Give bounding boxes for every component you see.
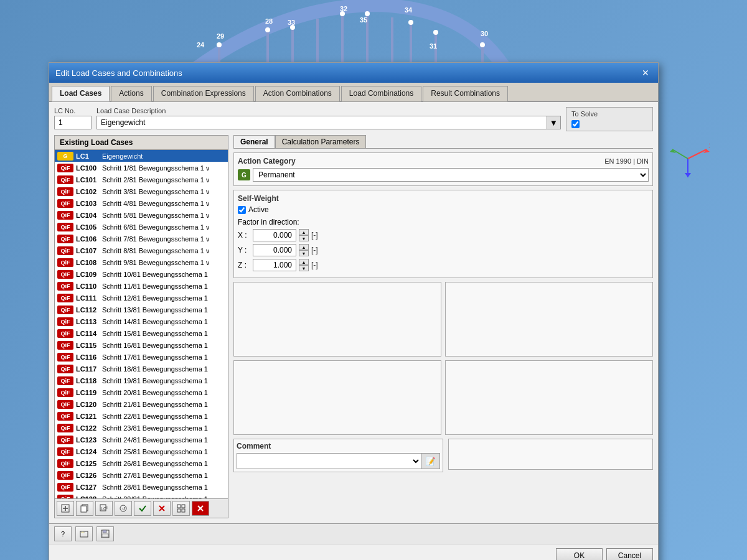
tab-load-combinations[interactable]: Load Combinations [341,86,421,101]
list-item[interactable]: QiFLC108Schritt 9/81 Bewegungsschema 1 v [55,256,228,268]
list-item[interactable]: QiFLC115Schritt 16/81 Bewegungsschema 1 [55,339,228,351]
tabs-bar: Load Cases Actions Combination Expressio… [49,83,658,102]
list-item[interactable]: QiFLC112Schritt 13/81 Bewegungsschema 1 [55,304,228,315]
lower-panel-left-1 [233,282,441,357]
list-scroll[interactable]: GLC1EigengewichtQiFLC100Schritt 1/81 Bew… [55,150,228,498]
list-item[interactable]: QiFLC122Schritt 23/81 Bewegungsschema 1 [55,422,228,434]
list-item[interactable]: QiFLC116Schritt 17/81 Bewegungsschema 1 [55,351,228,363]
desc-group: Load Case Description ▼ [96,107,561,129]
list-header: Existing Load Cases [55,136,228,150]
svg-text:LC: LC [101,506,106,511]
action-category-section: Action Category EN 1990 | DIN G Permanen… [233,152,653,186]
list-item[interactable]: QiFLC101Schritt 2/81 Bewegungsschema 1 v [55,174,228,185]
comment-right-panel [448,439,653,470]
inner-tab-calc-params[interactable]: Calculation Parameters [275,135,367,148]
tool4-button[interactable]: ↺ [115,501,132,516]
list-item[interactable]: QiFLC126Schritt 27/81 Bewegungsschema 1 [55,469,228,481]
factor-z-input[interactable] [253,259,296,271]
open-button[interactable] [75,526,93,541]
dialog-footer: OK Cancel [49,544,658,560]
factor-z-spinner[interactable]: ▲ ▼ [299,259,309,271]
desc-label: Load Case Description [96,107,561,114]
factor-y-input[interactable] [253,244,296,256]
close-button[interactable]: ✕ [639,67,652,79]
factor-y-down[interactable]: ▼ [299,250,309,256]
list-item[interactable]: QiFLC125Schritt 26/81 Bewegungsschema 1 [55,457,228,469]
factor-z-up[interactable]: ▲ [299,259,309,265]
list-item[interactable]: QiFLC121Schritt 22/81 Bewegungsschema 1 [55,410,228,422]
tab-result-combinations[interactable]: Result Combinations [423,86,508,101]
lc-no-input[interactable] [54,116,92,129]
import-button[interactable]: LCi [95,501,113,516]
load-cases-list-panel: Existing Load Cases GLC1EigengewichtQiFL… [54,135,228,518]
action-category-dropdown: G Permanent Variable [238,168,649,182]
list-item[interactable]: GLC1Eigengewicht [55,150,228,162]
desc-input[interactable] [96,116,547,129]
tab-load-cases[interactable]: Load Cases [52,86,110,101]
main-dialog: Edit Load Cases and Combinations ✕ Load … [49,62,659,560]
list-item[interactable]: QiFLC104Schritt 5/81 Bewegungsschema 1 v [55,209,228,221]
svg-line-31 [672,149,688,159]
check-button[interactable] [134,501,151,516]
list-item[interactable]: QiFLC106Schritt 7/81 Bewegungsschema 1 v [55,233,228,245]
list-item[interactable]: QiFLC113Schritt 14/81 Bewegungsschema 1 [55,315,228,327]
uncheck-button[interactable] [153,501,171,516]
comment-select[interactable] [237,453,421,469]
tab-action-combinations[interactable]: Action Combinations [255,86,340,101]
delete-button[interactable] [192,501,209,516]
list-item[interactable]: QiFLC105Schritt 6/81 Bewegungsschema 1 v [55,221,228,233]
factor-z-label: Z : [238,261,250,269]
to-solve-checkbox[interactable] [571,120,580,128]
list-item[interactable]: QiFLC111Schritt 12/81 Bewegungsschema 1 [55,292,228,304]
list-item[interactable]: QiFLC127Schritt 28/81 Bewegungsschema 1 [55,481,228,493]
self-weight-checkbox[interactable] [238,206,246,214]
list-item[interactable]: QiFLC124Schritt 25/81 Bewegungsschema 1 [55,446,228,457]
factor-z-down[interactable]: ▼ [299,265,309,271]
ok-button[interactable]: OK [556,548,603,560]
factor-x-spinner[interactable]: ▲ ▼ [299,229,309,241]
grid-button[interactable] [172,501,190,516]
list-item[interactable]: QiFLC128Schritt 29/81 Bewegungsschema 1 [55,493,228,498]
list-item[interactable]: QiFLC114Schritt 15/81 Bewegungsschema 1 [55,327,228,339]
factor-x-down[interactable]: ▼ [299,235,309,241]
list-item[interactable]: QiFLC117Schritt 18/81 Bewegungsschema 1 [55,363,228,375]
factor-y-unit: [-] [311,246,318,254]
list-item[interactable]: QiFLC100Schritt 1/81 Bewegungsschema 1 v [55,162,228,174]
svg-text:31: 31 [430,42,437,50]
copy-button[interactable] [76,501,93,516]
factor-x-input[interactable] [253,229,296,241]
svg-text:35: 35 [360,16,367,24]
factor-x-up[interactable]: ▲ [299,229,309,235]
factor-section: Factor in direction: X : ▲ ▼ [-] [238,218,649,271]
list-item[interactable]: QiFLC107Schritt 8/81 Bewegungsschema 1 v [55,245,228,256]
new-lc-button[interactable] [57,501,74,516]
comment-button[interactable]: 📝 [421,453,440,469]
save-button[interactable] [96,526,114,541]
tab-combination-expressions[interactable]: Combination Expressions [153,86,254,101]
factor-y-spinner[interactable]: ▲ ▼ [299,244,309,256]
factor-y-up[interactable]: ▲ [299,244,309,250]
action-category-select[interactable]: Permanent Variable [253,168,649,182]
help-button[interactable]: ? [54,526,72,541]
action-category-title-row: Action Category EN 1990 | DIN [238,157,649,166]
self-weight-section: Self-Weight Active Factor in direction: … [233,190,653,278]
list-item[interactable]: QiFLC123Schritt 24/81 Bewegungsschema 1 [55,434,228,446]
list-item[interactable]: QiFLC118Schritt 19/81 Bewegungsschema 1 [55,375,228,386]
list-item[interactable]: QiFLC103Schritt 4/81 Bewegungsschema 1 v [55,197,228,209]
list-item[interactable]: QiFLC120Schritt 21/81 Bewegungsschema 1 [55,398,228,410]
lower-panel-left-2 [233,360,441,435]
svg-point-17 [433,30,438,35]
self-weight-active-row: Active [238,205,649,214]
action-category-label: Action Category [238,157,296,166]
list-item[interactable]: QiFLC119Schritt 20/81 Bewegungsschema 1 [55,386,228,398]
list-item[interactable]: QiFLC109Schritt 10/81 Bewegungsschema 1 [55,268,228,280]
list-item[interactable]: QiFLC110Schritt 11/81 Bewegungsschema 1 [55,280,228,292]
svg-point-12 [265,27,270,32]
cancel-button[interactable]: Cancel [606,548,653,560]
list-item[interactable]: QiFLC102Schritt 3/81 Bewegungsschema 1 v [55,185,228,197]
desc-dropdown-button[interactable]: ▼ [547,116,561,129]
svg-text:32: 32 [340,5,347,12]
tab-actions[interactable]: Actions [111,86,151,101]
svg-point-15 [365,11,370,16]
inner-tab-general[interactable]: General [233,135,275,148]
